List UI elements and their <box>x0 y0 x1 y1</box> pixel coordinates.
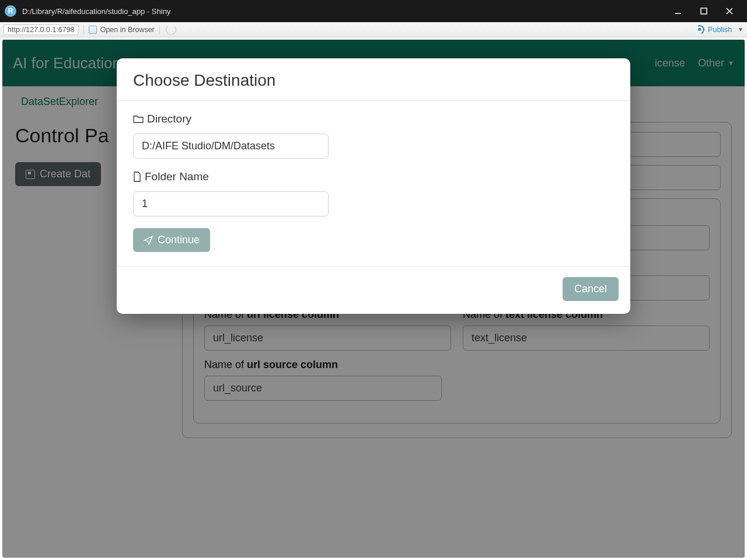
browser-toolbar: http://127.0.0.1:6798 Open in Browser Pu… <box>0 22 747 37</box>
refresh-icon[interactable] <box>166 24 176 35</box>
choose-destination-modal: Choose Destination Directory Folder Name… <box>117 58 630 314</box>
open-in-browser-button[interactable]: Open in Browser <box>89 26 155 34</box>
window-titlebar: R D:/Library/R/aifeducation/studio_app -… <box>0 0 747 22</box>
directory-input[interactable] <box>133 134 329 159</box>
browser-icon <box>89 26 97 34</box>
folder-icon <box>133 114 144 124</box>
directory-label: Directory <box>133 113 614 125</box>
svg-rect-1 <box>701 8 707 14</box>
close-button[interactable] <box>717 2 742 20</box>
window-title: D:/Library/R/aifeducation/studio_app - S… <box>22 7 665 16</box>
separator <box>83 25 84 34</box>
file-icon <box>133 172 141 182</box>
maximize-icon <box>700 8 707 15</box>
paper-plane-icon <box>144 236 153 245</box>
chevron-down-icon: ▼ <box>738 26 743 33</box>
folder-name-input[interactable] <box>133 191 329 216</box>
minimize-icon <box>675 8 682 15</box>
publish-label: Publish <box>708 26 732 34</box>
continue-button[interactable]: Continue <box>133 228 210 252</box>
close-icon <box>726 8 733 15</box>
url-field[interactable]: http://127.0.0.1:6798 <box>4 24 79 35</box>
maximize-button[interactable] <box>691 2 717 20</box>
separator <box>159 25 160 34</box>
modal-title: Choose Destination <box>133 71 614 90</box>
app-icon: R <box>5 5 16 17</box>
publish-button[interactable]: Publish ▼ <box>695 25 743 34</box>
continue-label: Continue <box>158 234 200 246</box>
open-in-browser-label: Open in Browser <box>100 26 155 34</box>
folder-name-label: Folder Name <box>133 170 614 183</box>
modal-overlay: Choose Destination Directory Folder Name… <box>2 40 745 558</box>
minimize-button[interactable] <box>665 2 691 20</box>
cancel-button[interactable]: Cancel <box>563 277 619 301</box>
publish-icon <box>694 23 706 36</box>
